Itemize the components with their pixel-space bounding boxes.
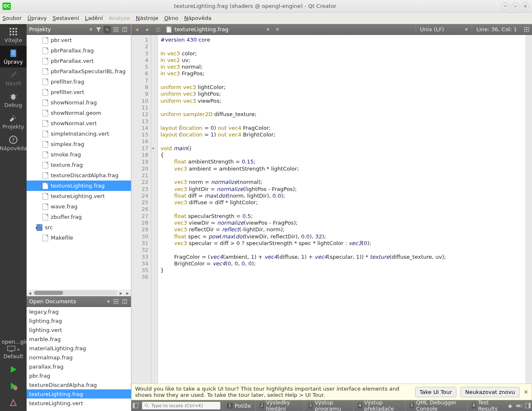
file-item[interactable]: pbrParallax.frag: [27, 45, 131, 56]
maximize-button[interactable]: [511, 2, 520, 10]
fold-icon[interactable]: ▾: [152, 145, 154, 152]
file-icon: [42, 110, 48, 116]
close-button[interactable]: [521, 2, 530, 10]
add-icon[interactable]: [112, 26, 120, 33]
file-item[interactable]: texture.frag: [27, 160, 131, 170]
menu-soubor[interactable]: Soubor: [2, 15, 22, 21]
toggle-right-sidebar-icon[interactable]: [523, 400, 532, 411]
open-doc-item[interactable]: marble.frag: [27, 334, 131, 344]
menu-nápověda[interactable]: Nápověda: [184, 15, 212, 21]
svg-rect-3: [10, 31, 11, 32]
kit-project: open...gine: [2, 339, 25, 345]
item-label: prefilter.frag: [51, 79, 84, 85]
progress-icon[interactable]: [515, 400, 523, 411]
open-doc-item[interactable]: textureLighting.frag: [27, 389, 131, 399]
filter-icon[interactable]: [95, 26, 102, 33]
editor-file-selector[interactable]: textureLighting.frag: [164, 26, 231, 33]
lock-icon[interactable]: [153, 24, 164, 35]
file-item[interactable]: wave.frag: [27, 201, 131, 212]
open-docs-list[interactable]: legacy.fraglighting.fraglighting.vertmar…: [27, 307, 131, 411]
file-item[interactable]: textureLighting.frag: [27, 181, 131, 191]
line-ending-selector[interactable]: Unix (LF) ▾: [416, 24, 472, 35]
menu-sestavení[interactable]: Sestavení: [52, 15, 79, 21]
folder-item[interactable]: ▸src: [27, 222, 131, 233]
source-text[interactable]: #version 430 core in vec3 color;in vec2 …: [158, 35, 525, 384]
minimize-button[interactable]: [501, 2, 510, 10]
output-pane-4[interactable]: 4Výstup překladače: [353, 400, 405, 411]
mode-nápověda[interactable]: ?Nápověda: [0, 132, 27, 154]
run-debug-button[interactable]: [0, 378, 27, 394]
close-file-button[interactable]: ✕: [272, 24, 283, 35]
open-doc-item[interactable]: lighting.frag: [27, 316, 131, 325]
code-editor[interactable]: 1234567891011121314151617181920212223242…: [131, 35, 532, 384]
add-icon[interactable]: [112, 298, 120, 305]
project-tree[interactable]: pbr.vertpbrParallax.fragpbrParallax.vert…: [27, 35, 131, 290]
mode-projekty[interactable]: Projekty: [0, 111, 27, 132]
output-pane-2[interactable]: 2Výsledky hledání: [255, 400, 304, 411]
open-doc-item[interactable]: pbr.frag: [27, 371, 131, 380]
file-item[interactable]: showNormal.vert: [27, 118, 131, 129]
kit-selector[interactable]: ▸: [2, 346, 25, 352]
mode-vítejte[interactable]: Vítejte: [0, 24, 27, 46]
item-label: pbrParallax.vert: [51, 58, 94, 64]
panes-menu-icon[interactable]: ◆: [505, 403, 515, 409]
split-editor-icon[interactable]: [521, 24, 532, 35]
nav-forward-button[interactable]: ▸: [142, 24, 153, 35]
fold-margin[interactable]: ▾: [151, 35, 158, 384]
toggle-sidebar-icon[interactable]: [131, 400, 140, 411]
file-item[interactable]: prefilter.frag: [27, 77, 131, 87]
menu-okno[interactable]: Okno: [164, 15, 178, 21]
mode-návrh[interactable]: Návrh: [0, 67, 27, 89]
file-item[interactable]: textureLighting.vert: [27, 191, 131, 201]
file-item[interactable]: showNormal.geom: [27, 108, 131, 118]
scroll-right-icon[interactable]: ▸: [118, 290, 124, 296]
open-doc-item[interactable]: normalmap.frag: [27, 353, 131, 362]
output-pane-3[interactable]: 3Výstup programu: [304, 400, 353, 411]
mode-úpravy[interactable]: Úpravy: [0, 46, 27, 67]
tree-scrollbar[interactable]: ◂ ▸ ▸: [27, 290, 131, 296]
nav-back-button[interactable]: ◂: [131, 24, 142, 35]
file-item[interactable]: showNormal.frag: [27, 97, 131, 108]
output-pane-1[interactable]: 1Potíže: [222, 400, 255, 411]
locator[interactable]: [142, 401, 221, 410]
file-item[interactable]: smoke.frag: [27, 149, 131, 160]
scroll-left-icon[interactable]: ◂: [27, 290, 33, 296]
hint-text: Would you like to take a quick UI tour? …: [135, 386, 411, 398]
menu-ladění[interactable]: Ladění: [85, 15, 103, 21]
menu-analyze[interactable]: Analyze: [108, 15, 130, 21]
open-doc-item[interactable]: textureLighting.vert: [27, 399, 131, 408]
file-item[interactable]: zbuffer.frag: [27, 212, 131, 222]
dismiss-hint-button[interactable]: Neukazovat znovu: [461, 387, 520, 397]
locator-input[interactable]: [142, 401, 221, 410]
run-button[interactable]: [0, 361, 27, 378]
link-icon[interactable]: [103, 26, 111, 33]
build-button[interactable]: [0, 394, 27, 411]
file-item[interactable]: textureDiscardAlpha.frag: [27, 170, 131, 181]
file-item[interactable]: pbrParallaxSpecularIBL.frag: [27, 66, 131, 77]
file-item[interactable]: pbr.vert: [27, 35, 131, 45]
output-pane-5[interactable]: 5QML Debugger Console: [405, 400, 467, 411]
menu-nástroje[interactable]: Nástroje: [136, 15, 158, 21]
open-doc-item[interactable]: textureDiscardAlpha.frag: [27, 380, 131, 389]
cursor-position[interactable]: Line: 36, Col: 1: [472, 24, 521, 35]
file-item[interactable]: pbrParallax.vert: [27, 56, 131, 66]
split-icon[interactable]: [121, 298, 128, 305]
open-doc-item[interactable]: legacy.frag: [27, 307, 131, 316]
file-item[interactable]: prefilter.vert: [27, 87, 131, 97]
file-item[interactable]: simpleInstancing.vert: [27, 129, 131, 139]
split-icon[interactable]: [121, 26, 128, 33]
menu-úpravy[interactable]: Úpravy: [27, 15, 47, 21]
file-item[interactable]: Makefile: [27, 233, 131, 243]
close-hint-icon[interactable]: ✕: [524, 389, 528, 395]
mode-debug[interactable]: Debug: [0, 89, 27, 111]
take-tour-button[interactable]: Take UI Tour: [415, 387, 457, 397]
open-doc-item[interactable]: parallax.frag: [27, 362, 131, 371]
output-pane-8[interactable]: 8Test Results: [467, 400, 505, 411]
file-icon: [42, 235, 48, 241]
gutter[interactable]: 1234567891011121314151617181920212223242…: [131, 35, 151, 384]
open-doc-item[interactable]: materialLighting.frag: [27, 344, 131, 353]
editor-scrollbar[interactable]: [525, 35, 532, 384]
open-doc-item[interactable]: lighting.vert: [27, 325, 131, 334]
scroll-right-icon[interactable]: ▸: [124, 290, 131, 296]
file-item[interactable]: simplex.frag: [27, 139, 131, 149]
